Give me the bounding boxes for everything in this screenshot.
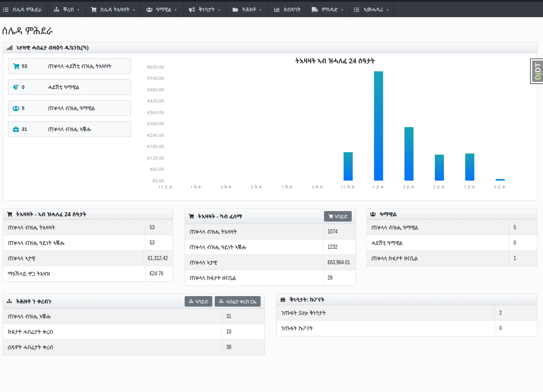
svg-text:7 ድ.ቀ.: 7 ድ.ቀ. — [463, 184, 476, 190]
svg-text:1 ድ.ቀ.: 1 ድ.ቀ. — [372, 184, 385, 190]
svg-text:9 ቅ.ቀ.: 9 ቅ.ቀ. — [312, 184, 324, 190]
svg-text:€480.00: €480.00 — [147, 86, 164, 93]
svg-text:11 ድ.ቀ.: 11 ድ.ቀ. — [158, 184, 173, 190]
svg-text:9 ድ.ቀ.: 9 ድ.ቀ. — [494, 184, 507, 190]
svg-text:3 ቅ.ቀ.: 3 ቅ.ቀ. — [220, 184, 233, 190]
svg-text:11 ቅ.ቀ.: 11 ቅ.ቀ. — [341, 184, 356, 190]
svg-text:€540.00: €540.00 — [147, 75, 164, 81]
svg-text:€60.00: €60.00 — [150, 166, 164, 172]
svg-text:€120.00: €120.00 — [147, 155, 164, 161]
svg-text:3 ድ.ቀ.: 3 ድ.ቀ. — [403, 184, 415, 190]
svg-text:€360.00: €360.00 — [147, 109, 164, 115]
svg-text:7 ቅ.ቀ.: 7 ቅ.ቀ. — [281, 184, 294, 190]
svg-text:€180.00: €180.00 — [147, 143, 164, 149]
svg-text:€240.00: €240.00 — [147, 132, 164, 138]
svg-text:5 ቅ.ቀ.: 5 ቅ.ቀ. — [251, 184, 263, 190]
svg-text:5 ድ.ቀ.: 5 ድ.ቀ. — [433, 184, 446, 190]
svg-text:1 ቅ.ቀ.: 1 ቅ.ቀ. — [190, 184, 202, 190]
svg-text:€300.00: €300.00 — [147, 120, 164, 127]
svg-text:€420.00: €420.00 — [147, 98, 164, 104]
svg-text:ትእዛዛት ኣብ ዝሓለፈ 24 ሰዓታት: ትእዛዛት ኣብ ዝሓለፈ 24 ሰዓታት — [295, 56, 375, 65]
svg-text:€0.00: €0.00 — [152, 177, 164, 184]
svg-text:€600.00: €600.00 — [147, 64, 164, 70]
